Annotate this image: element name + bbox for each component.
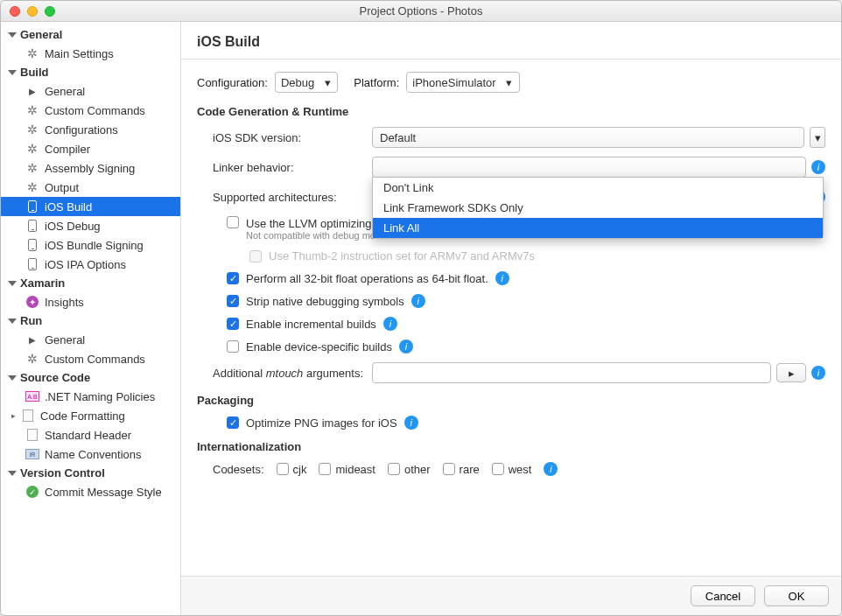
incremental-checkbox[interactable] [227, 318, 239, 330]
codeset-west-checkbox[interactable] [492, 463, 504, 475]
chevron-down-icon: ▾ [319, 76, 335, 89]
thumb-label: Use Thumb-2 instruction set for ARMv7 an… [269, 249, 535, 262]
chevron-down-icon [8, 318, 17, 324]
sidebar-item-name-conventions[interactable]: iRName Conventions [1, 444, 180, 464]
convention-icon: iR [25, 447, 39, 461]
sidebar-group-build[interactable]: Build [1, 63, 180, 81]
sidebar-item-configurations[interactable]: Configurations [1, 120, 180, 139]
configuration-label: Configuration: [197, 76, 268, 89]
gear-icon [25, 161, 39, 175]
sdk-select[interactable]: Default [372, 127, 804, 148]
info-icon[interactable]: i [495, 271, 509, 285]
ok-button[interactable]: OK [764, 585, 829, 606]
info-icon[interactable]: i [411, 294, 425, 308]
device-specific-checkbox[interactable] [227, 340, 239, 353]
info-icon[interactable]: i [811, 160, 825, 174]
codeset-mideast-checkbox[interactable] [319, 463, 331, 475]
sidebar-item-label: Standard Header [45, 429, 131, 442]
main-header: iOS Build [181, 22, 841, 60]
cancel-button[interactable]: Cancel [691, 585, 755, 606]
sdk-label: iOS SDK version: [197, 131, 372, 144]
sidebar-item-general[interactable]: General [1, 330, 180, 349]
phone-icon [25, 238, 39, 252]
chevron-down-icon [8, 281, 17, 286]
sidebar-item-general[interactable]: General [1, 81, 180, 101]
sidebar: GeneralMain SettingsBuildGeneralCustom C… [1, 22, 181, 615]
section-codegen: Code Generation & Runtime [197, 105, 825, 118]
sidebar-group-xamarin[interactable]: Xamarin [1, 274, 180, 292]
sidebar-item-ios-build[interactable]: iOS Build [1, 197, 180, 216]
sidebar-item-insights[interactable]: ✦Insights [1, 292, 180, 312]
chevron-right-icon: ▸ [11, 411, 16, 420]
page-title: iOS Build [197, 34, 825, 50]
traffic-lights [10, 6, 55, 17]
platform-select[interactable]: iPhoneSimulator ▾ [406, 72, 519, 93]
run-button[interactable]: ▸ [776, 363, 806, 382]
codeset-rare-checkbox[interactable] [443, 463, 455, 475]
naming-icon: A.B [25, 389, 39, 403]
play-icon [25, 332, 39, 346]
optimize-png-checkbox[interactable] [227, 416, 239, 429]
sidebar-item-main-settings[interactable]: Main Settings [1, 44, 180, 63]
chevron-down-icon [8, 70, 17, 75]
strip-label: Strip native debugging symbols [246, 295, 404, 308]
sidebar-item-assembly-signing[interactable]: Assembly Signing [1, 158, 180, 178]
sidebar-item-compiler[interactable]: Compiler [1, 139, 180, 158]
sidebar-item-label: Commit Message Style [45, 486, 162, 499]
sidebar-group-label: Build [20, 66, 49, 79]
sidebar-item-ios-debug[interactable]: iOS Debug [1, 216, 180, 235]
sidebar-group-label: Run [20, 314, 42, 327]
float32-checkbox[interactable] [227, 272, 239, 284]
document-icon [21, 409, 35, 423]
linker-select[interactable] [372, 157, 806, 178]
sidebar-item-ios-ipa-options[interactable]: iOS IPA Options [1, 255, 180, 274]
sidebar-item-label: .NET Naming Policies [45, 390, 155, 403]
sidebar-item-label: iOS IPA Options [45, 258, 126, 271]
linker-option-don-t-link[interactable]: Don't Link [373, 178, 823, 198]
sidebar-item-commit-message-style[interactable]: ✓Commit Message Style [1, 482, 180, 501]
sidebar-group-run[interactable]: Run [1, 312, 180, 330]
linker-option-link-all[interactable]: Link All [373, 218, 823, 238]
minimize-icon[interactable] [27, 6, 38, 17]
main-panel: iOS Build Configuration: Debug ▾ Platfor… [181, 22, 841, 615]
llvm-checkbox[interactable] [227, 216, 239, 228]
phone-icon [25, 257, 39, 271]
gear-icon [25, 46, 39, 60]
play-icon [25, 84, 39, 98]
phone-icon [25, 219, 39, 233]
strip-checkbox[interactable] [227, 295, 239, 307]
sidebar-item-custom-commands[interactable]: Custom Commands [1, 349, 180, 368]
codeset-other-checkbox[interactable] [388, 463, 400, 475]
codesets-label: Codesets: [213, 463, 264, 476]
sidebar-item-code-formatting[interactable]: ▸Code Formatting [1, 406, 180, 425]
sidebar-group-general[interactable]: General [1, 25, 180, 44]
sidebar-group-source-code[interactable]: Source Code [1, 368, 180, 387]
gear-icon [25, 142, 39, 156]
configuration-select[interactable]: Debug ▾ [275, 72, 338, 93]
info-icon[interactable]: i [544, 462, 558, 476]
mtouch-input[interactable] [372, 362, 771, 383]
sidebar-item--net-naming-policies[interactable]: A.B.NET Naming Policies [1, 387, 180, 406]
sidebar-item-output[interactable]: Output [1, 178, 180, 197]
sidebar-item-ios-bundle-signing[interactable]: iOS Bundle Signing [1, 235, 180, 255]
chevron-down-icon[interactable]: ▾ [810, 127, 825, 148]
sidebar-item-standard-header[interactable]: Standard Header [1, 425, 180, 444]
chevron-down-icon [8, 375, 17, 381]
phone-icon [25, 200, 39, 214]
info-icon[interactable]: i [811, 366, 825, 380]
sidebar-item-label: Assembly Signing [45, 162, 135, 175]
sidebar-group-version-control[interactable]: Version Control [1, 464, 180, 482]
sidebar-item-label: iOS Build [45, 200, 92, 214]
mtouch-label: Additional mtouch arguments: [197, 367, 372, 380]
sidebar-item-custom-commands[interactable]: Custom Commands [1, 101, 180, 120]
codeset-west-label: west [509, 463, 532, 476]
info-icon[interactable]: i [399, 340, 413, 354]
close-icon[interactable] [10, 6, 20, 17]
linker-option-link-framework-sdks-only[interactable]: Link Framework SDKs Only [373, 198, 823, 218]
maximize-icon[interactable] [45, 6, 55, 17]
document-icon [25, 428, 39, 442]
dialog-footer: Cancel OK [181, 576, 841, 615]
codeset-cjk-checkbox[interactable] [277, 463, 289, 475]
info-icon[interactable]: i [383, 317, 397, 331]
info-icon[interactable]: i [404, 416, 418, 430]
